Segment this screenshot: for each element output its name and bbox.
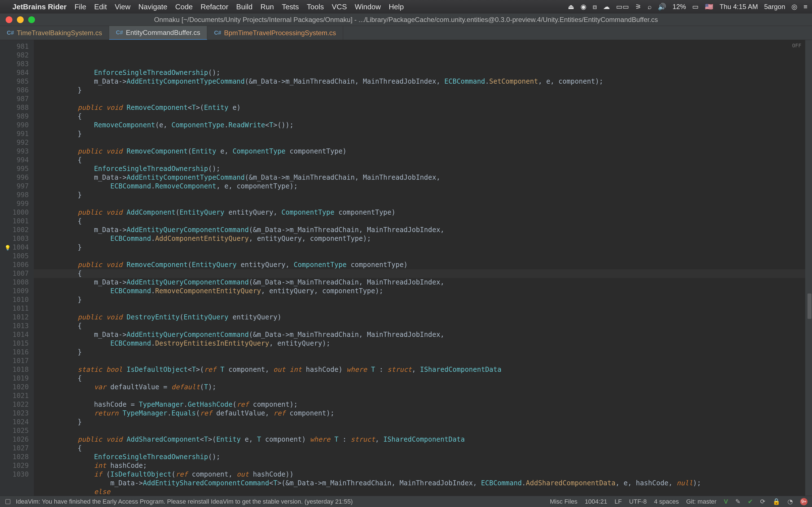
code-line[interactable]: public void RemoveComponent(EntityQuery … (34, 261, 805, 269)
line-number[interactable]: 1014 (0, 330, 29, 339)
line-number[interactable]: 990 (0, 121, 29, 129)
line-number[interactable]: 1001 (0, 217, 29, 226)
wifi-icon[interactable]: ⚞ (635, 3, 642, 11)
code-line[interactable]: } (34, 243, 805, 252)
code-line[interactable]: static bool IsDefaultObject<T>(ref T com… (34, 365, 805, 374)
code-line[interactable]: { (34, 374, 805, 383)
editor-scrollbar[interactable] (805, 40, 812, 496)
code-line[interactable]: ECBCommand.RemoveComponent, e, component… (34, 182, 805, 191)
line-number[interactable]: 1021 (0, 392, 29, 400)
line-number[interactable]: 983 (0, 60, 29, 68)
menu-view[interactable]: View (115, 3, 131, 11)
update-icon[interactable]: ⟳ (760, 498, 765, 505)
line-number[interactable]: 1010 (0, 295, 29, 304)
menu-tools[interactable]: Tools (307, 3, 324, 11)
code-line[interactable]: { (34, 269, 805, 278)
volume-icon[interactable]: 🔊 (658, 3, 666, 11)
code-line[interactable]: var defaultValue = default(T); (34, 383, 805, 392)
code-line[interactable]: RemoveComponent(e, ComponentType.ReadWri… (34, 121, 805, 129)
line-number[interactable]: 986 (0, 86, 29, 95)
code-line[interactable]: m_Data->AddEntitySharedComponentCommand<… (34, 479, 805, 488)
line-number[interactable]: 994 (0, 156, 29, 165)
line-number[interactable]: 1002 (0, 226, 29, 234)
line-number[interactable]: 1023 (0, 409, 29, 418)
status-caret-pos[interactable]: 1004:21 (585, 498, 607, 505)
menu-build[interactable]: Build (236, 3, 253, 11)
code-line[interactable]: m_Data->AddEntityQueryComponentCommand(&… (34, 226, 805, 234)
status-line-separator[interactable]: LF (615, 498, 622, 505)
battery-pct[interactable]: 12% (672, 3, 686, 11)
code-line[interactable]: { (34, 112, 805, 121)
user-name[interactable]: 5argon (764, 3, 785, 11)
menu-tests[interactable]: Tests (282, 3, 299, 11)
code-line[interactable]: public void RemoveComponent<T>(Entity e) (34, 103, 805, 112)
tab-timetravelbaking[interactable]: C# TimeTravelBakingSystem.cs (0, 26, 109, 40)
commit-check-icon[interactable]: ✔︎ (748, 498, 753, 505)
notifications-badge[interactable]: 9+ (800, 498, 808, 505)
menu-window[interactable]: Window (355, 3, 380, 11)
line-number[interactable]: 1008 (0, 278, 29, 287)
code-line[interactable]: { (34, 217, 805, 226)
line-number[interactable]: 1012 (0, 313, 29, 322)
line-number[interactable]: 1018 (0, 365, 29, 374)
tab-bpmtimetravel[interactable]: C# BpmTimeTravelProcessingSystem.cs (207, 26, 343, 40)
code-line[interactable]: public void AddSharedComponent<T>(Entity… (34, 435, 805, 444)
code-line[interactable]: if (IsDefaultObject(ref component, out h… (34, 470, 805, 479)
code-line[interactable] (34, 356, 805, 365)
tab-entitycommandbuffer[interactable]: C# EntityCommandBuffer.cs (109, 26, 207, 40)
menu-vcs[interactable]: VCS (332, 3, 347, 11)
line-number[interactable]: 1015 (0, 339, 29, 348)
ideavim-icon[interactable]: V (724, 498, 728, 505)
status-indent[interactable]: 4 spaces (654, 498, 679, 505)
line-number[interactable]: 1028 (0, 453, 29, 461)
line-number[interactable]: 997 (0, 182, 29, 191)
line-number[interactable]: 1000 (0, 208, 29, 217)
code-line[interactable]: m_Data->AddEntityComponentTypeCommand(&m… (34, 173, 805, 182)
inspection-off-label[interactable]: OFF (792, 41, 801, 50)
menu-edit[interactable]: Edit (94, 3, 107, 11)
battery-icon[interactable]: ▭ (692, 3, 699, 11)
line-number[interactable]: 1005 (0, 252, 29, 261)
line-number[interactable]: 1029 (0, 461, 29, 470)
code-line[interactable]: hashCode = TypeManager.GetHashCode(ref c… (34, 400, 805, 409)
code-line[interactable] (34, 304, 805, 313)
dropbox-icon[interactable]: ⧈ (593, 3, 597, 11)
record-icon[interactable]: ◉ (580, 3, 587, 11)
pen-icon[interactable]: ✎ (735, 498, 741, 505)
spotlight-icon[interactable]: ⌕ (648, 3, 652, 11)
code-line[interactable]: { (34, 444, 805, 453)
code-line[interactable]: int hashCode; (34, 461, 805, 470)
code-line[interactable]: { (34, 322, 805, 330)
line-number[interactable]: 1026 (0, 435, 29, 444)
code-line[interactable]: } (34, 348, 805, 356)
line-number[interactable]: 1004 (0, 243, 29, 252)
code-line[interactable]: public void RemoveComponent(Entity e, Co… (34, 147, 805, 156)
hamburger-icon[interactable]: ≡ (804, 3, 808, 11)
scroll-thumb[interactable] (808, 293, 811, 319)
line-number[interactable]: 1013 (0, 322, 29, 330)
menu-help[interactable]: Help (389, 3, 404, 11)
code-line[interactable]: else (34, 488, 805, 496)
line-number[interactable]: 1030 (0, 470, 29, 479)
line-number[interactable]: 1024 (0, 418, 29, 427)
code-area[interactable]: OFF EnforceSingleThreadOwnership(); m_Da… (34, 40, 805, 496)
code-line[interactable]: m_Data->AddEntityComponentTypeCommand(&m… (34, 77, 805, 86)
input-source-icon[interactable]: 🇺🇸 (705, 3, 713, 11)
code-line[interactable]: EnforceSingleThreadOwnership(); (34, 165, 805, 173)
code-line[interactable] (34, 252, 805, 261)
code-line[interactable]: } (34, 295, 805, 304)
cloud-icon[interactable]: ☁︎ (603, 3, 610, 11)
line-number[interactable]: 998 (0, 191, 29, 200)
code-line[interactable]: } (34, 191, 805, 200)
line-number[interactable]: 988 (0, 103, 29, 112)
window-minimize-button[interactable] (17, 16, 24, 23)
lock-icon[interactable]: 🔒 (772, 498, 780, 505)
line-number[interactable]: 1016 (0, 348, 29, 356)
code-line[interactable] (34, 200, 805, 208)
code-line[interactable]: EnforceSingleThreadOwnership(); (34, 453, 805, 461)
code-line[interactable] (34, 427, 805, 435)
code-line[interactable]: public void DestroyEntity(EntityQuery en… (34, 313, 805, 322)
code-line[interactable]: } (34, 129, 805, 138)
code-line[interactable]: } (34, 86, 805, 95)
processes-icon[interactable]: ◔ (788, 498, 793, 505)
